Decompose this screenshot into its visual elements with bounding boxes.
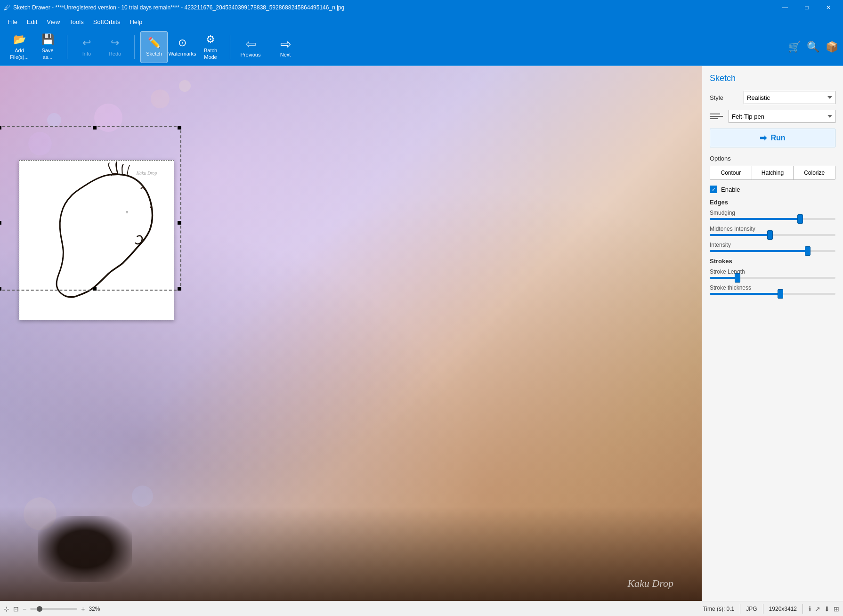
watermarks-button[interactable]: ⊙ Watermarks — [169, 31, 196, 63]
midtones-track[interactable] — [710, 234, 835, 236]
run-button[interactable]: ➡ Run — [710, 129, 835, 147]
redo-button[interactable]: ↪ Redo — [101, 31, 129, 63]
zoom-level: 32% — [89, 606, 100, 612]
status-pointer-icon[interactable]: ⊹ — [4, 605, 9, 613]
strokes-title: Strokes — [710, 258, 835, 265]
handle-bl[interactable] — [0, 287, 1, 291]
stroke-length-fill — [710, 277, 738, 279]
title-bar: 🖊 Sketch Drawer - ****Unregistered versi… — [0, 0, 843, 15]
intensity-track[interactable] — [710, 250, 835, 252]
menu-bar: File Edit View Tools SoftOrbits Help — [0, 15, 843, 28]
contour-tab[interactable]: Contour — [710, 166, 752, 179]
smudging-fill — [710, 218, 800, 220]
status-bar: ⊹ ⊡ − + 32% Time (s): 0.1 JPG 1920x3412 … — [0, 601, 843, 616]
enable-label: Enable — [721, 186, 740, 193]
status-zoom-out-icon[interactable]: − — [23, 605, 26, 613]
stroke-length-thumb[interactable] — [735, 273, 740, 283]
presets-select[interactable]: Felt-Tip pen Pencil Charcoal Marker — [729, 110, 835, 123]
menu-softorbits[interactable]: SoftOrbits — [89, 16, 124, 27]
next-nav[interactable]: ⇨ Next — [269, 36, 302, 57]
cart-icon[interactable]: 🛒 — [786, 40, 802, 55]
smudging-track[interactable] — [710, 218, 835, 220]
handle-bm[interactable] — [93, 287, 97, 291]
info-label: Info — [82, 51, 91, 57]
stroke-thickness-track[interactable] — [710, 293, 835, 295]
enable-checkbox[interactable]: ✓ — [710, 186, 717, 193]
colorize-tab[interactable]: Colorize — [794, 166, 835, 179]
previous-icon: ⇦ — [245, 36, 256, 52]
smudging-label: Smudging — [710, 210, 835, 216]
stroke-thickness-label: Stroke thickness — [710, 284, 835, 291]
close-button[interactable]: ✕ — [818, 0, 839, 15]
handle-mr[interactable] — [178, 221, 181, 225]
sketch-result-box: Kaku Drop — [19, 160, 174, 320]
status-crop-icon[interactable]: ⊡ — [13, 605, 19, 613]
presets-icon[interactable] — [710, 110, 723, 123]
info-button[interactable]: ↩ Info — [73, 31, 100, 63]
next-icon: ⇨ — [280, 36, 291, 52]
presets-row: Felt-Tip pen Pencil Charcoal Marker — [710, 110, 835, 123]
handle-tl[interactable] — [0, 126, 1, 130]
handle-ml[interactable] — [0, 221, 1, 225]
intensity-thumb[interactable] — [805, 246, 811, 256]
minimize-button[interactable]: — — [774, 0, 796, 15]
format-label: JPG — [746, 606, 757, 612]
status-right: Time (s): 0.1 JPG 1920x3412 ℹ ↗ ⬇ ⊞ — [703, 604, 839, 614]
menu-file[interactable]: File — [4, 16, 21, 27]
sketch-button[interactable]: ✏️ Sketch — [140, 31, 168, 63]
canvas-area[interactable]: Kaku Drop Kaku Drop — [0, 66, 702, 601]
midtones-slider-row — [710, 234, 835, 236]
previous-nav[interactable]: ⇦ Previous — [234, 36, 267, 57]
smudging-thumb[interactable] — [797, 214, 803, 224]
edges-title: Edges — [710, 199, 835, 206]
stroke-thickness-thumb[interactable] — [778, 289, 783, 299]
search-icon[interactable]: 🔍 — [805, 40, 820, 55]
save-as-label: Saveas... — [41, 48, 53, 60]
menu-edit[interactable]: Edit — [23, 16, 41, 27]
figure-shadow — [38, 516, 132, 582]
stroke-thickness-fill — [710, 293, 780, 295]
redo-label: Redo — [109, 51, 121, 57]
stroke-length-track[interactable] — [710, 277, 835, 279]
3d-icon[interactable]: 📦 — [824, 40, 839, 55]
save-as-button[interactable]: 💾 Saveas... — [34, 31, 61, 63]
hatching-tab[interactable]: Hatching — [752, 166, 794, 179]
intensity-slider-row — [710, 250, 835, 252]
stroke-thickness-slider-row — [710, 293, 835, 295]
status-sep-2 — [763, 604, 763, 614]
status-zoom-in-icon[interactable]: + — [81, 605, 85, 613]
menu-view[interactable]: View — [43, 16, 64, 27]
style-label: Style — [710, 94, 738, 101]
status-share-icon[interactable]: ↗ — [815, 605, 820, 613]
add-files-label: AddFile(s)... — [10, 48, 29, 60]
smudging-slider-row — [710, 218, 835, 220]
watermarks-label: Watermarks — [169, 51, 196, 57]
midtones-thumb[interactable] — [767, 230, 773, 240]
zoom-slider[interactable] — [30, 608, 77, 610]
selection-handles — [19, 161, 174, 320]
next-label: Next — [280, 52, 291, 57]
status-download-icon[interactable]: ⬇ — [824, 605, 830, 613]
style-select[interactable]: Realistic Artistic Classic — [744, 91, 835, 104]
handle-tr[interactable] — [178, 126, 181, 130]
main-area: Kaku Drop Kaku Drop Sketch Style Realist… — [0, 66, 843, 601]
handle-tm[interactable] — [93, 126, 97, 130]
enable-row: ✓ Enable — [710, 186, 835, 193]
batch-mode-button[interactable]: ⚙ BatchMode — [197, 31, 224, 63]
menu-help[interactable]: Help — [126, 16, 146, 27]
sketch-icon: ✏️ — [148, 37, 161, 49]
status-info-icon[interactable]: ℹ — [809, 605, 811, 613]
sketch-label: Sketch — [146, 51, 162, 57]
watermark-text: Kaku Drop — [627, 577, 673, 590]
midtones-fill — [710, 234, 770, 236]
title-text: Sketch Drawer - ****Unregistered version… — [13, 4, 344, 11]
status-expand-icon[interactable]: ⊞ — [834, 605, 839, 613]
add-files-button[interactable]: 📂 AddFile(s)... — [6, 31, 33, 63]
zoom-thumb[interactable] — [37, 606, 42, 612]
bokeh-1 — [94, 104, 122, 132]
maximize-button[interactable]: □ — [796, 0, 818, 15]
menu-tools[interactable]: Tools — [65, 16, 87, 27]
batch-mode-icon: ⚙ — [206, 33, 215, 46]
handle-br[interactable] — [178, 287, 181, 291]
status-sep-3 — [802, 604, 803, 614]
